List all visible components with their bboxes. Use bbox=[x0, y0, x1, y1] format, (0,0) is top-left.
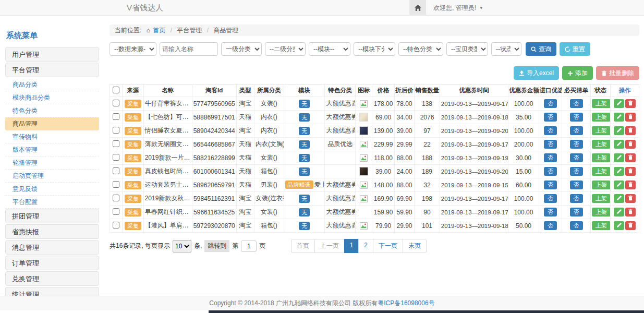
must-buy-toggle[interactable]: 否 bbox=[570, 113, 583, 122]
edit-button[interactable] bbox=[614, 99, 624, 108]
pager-item-2[interactable]: 1 bbox=[344, 239, 359, 253]
delete-button[interactable] bbox=[625, 113, 636, 122]
row-checkbox[interactable] bbox=[113, 195, 119, 201]
pager-item-3[interactable]: 2 bbox=[358, 239, 373, 253]
import-toggle[interactable]: 否 bbox=[544, 113, 557, 122]
import-toggle[interactable]: 否 bbox=[544, 140, 557, 149]
row-checkbox[interactable] bbox=[113, 222, 119, 228]
icp-link[interactable]: 粤ICP备16098006号 bbox=[378, 299, 434, 307]
import-toggle[interactable]: 否 bbox=[544, 167, 557, 176]
row-checkbox[interactable] bbox=[113, 140, 119, 147]
sidebar-item-6[interactable]: 宣传物料 bbox=[5, 130, 99, 143]
filter-select-0[interactable]: --数据来源-- bbox=[110, 42, 156, 56]
sidebar-item-17[interactable]: 统计管理 bbox=[5, 287, 99, 296]
must-buy-toggle[interactable]: 否 bbox=[570, 99, 583, 108]
edit-button[interactable] bbox=[614, 113, 624, 122]
must-buy-toggle[interactable]: 否 bbox=[570, 140, 583, 149]
row-checkbox[interactable] bbox=[113, 113, 119, 120]
query-button[interactable]: 查询 bbox=[526, 42, 556, 56]
filter-select-8[interactable]: --状态-- bbox=[491, 42, 521, 56]
status-badge[interactable]: 上架 bbox=[592, 99, 611, 108]
filter-select-7[interactable]: --宝贝类型-- bbox=[446, 42, 488, 56]
add-button[interactable]: 添加 bbox=[562, 66, 593, 80]
sidebar-item-10[interactable]: 意见反馈 bbox=[5, 183, 99, 196]
row-checkbox[interactable] bbox=[113, 208, 119, 215]
must-buy-toggle[interactable]: 否 bbox=[570, 180, 583, 189]
status-badge[interactable]: 上架 bbox=[592, 167, 611, 176]
sidebar-item-3[interactable]: 模块商品分类 bbox=[5, 91, 99, 104]
must-buy-toggle[interactable]: 否 bbox=[570, 194, 583, 203]
status-badge[interactable]: 上架 bbox=[592, 180, 611, 189]
filter-select-4[interactable]: --模块-- bbox=[309, 42, 350, 56]
delete-button[interactable] bbox=[625, 153, 636, 162]
sidebar-item-8[interactable]: 轮播管理 bbox=[5, 156, 99, 170]
edit-button[interactable] bbox=[614, 126, 624, 135]
status-badge[interactable]: 上架 bbox=[592, 113, 611, 122]
edit-button[interactable] bbox=[614, 180, 624, 189]
must-buy-toggle[interactable]: 否 bbox=[570, 208, 583, 216]
row-checkbox[interactable] bbox=[113, 100, 119, 106]
pager-item-4[interactable]: 下一页 bbox=[373, 239, 403, 253]
import-toggle[interactable]: 否 bbox=[544, 194, 557, 203]
home-button[interactable] bbox=[409, 0, 426, 16]
must-buy-toggle[interactable]: 否 bbox=[570, 221, 583, 230]
sidebar-item-12[interactable]: 拼团管理 bbox=[5, 209, 99, 223]
filter-select-2[interactable]: 一级分类 bbox=[221, 42, 262, 56]
status-badge[interactable]: 上架 bbox=[592, 126, 611, 135]
import-toggle[interactable]: 否 bbox=[544, 99, 557, 108]
edit-button[interactable] bbox=[614, 221, 624, 230]
filter-select-5[interactable]: --模块下分类-- bbox=[354, 42, 395, 56]
sidebar-item-14[interactable]: 消息管理 bbox=[5, 240, 99, 255]
jump-page-input[interactable] bbox=[241, 240, 257, 252]
import-toggle[interactable]: 否 bbox=[544, 208, 557, 216]
filter-select-6[interactable]: --特色分类-- bbox=[398, 42, 443, 56]
import-toggle[interactable]: 否 bbox=[544, 180, 557, 189]
name-search-input[interactable] bbox=[160, 42, 218, 56]
delete-button[interactable] bbox=[625, 180, 636, 189]
filter-select-3[interactable]: --二级分类-- bbox=[265, 42, 306, 56]
edit-button[interactable] bbox=[614, 140, 624, 149]
sidebar-item-9[interactable]: 启动页管理 bbox=[5, 170, 99, 183]
delete-button[interactable] bbox=[625, 99, 636, 108]
row-checkbox[interactable] bbox=[113, 181, 119, 188]
pager-item-0[interactable]: 首页 bbox=[291, 239, 315, 253]
page-size-select[interactable]: 10 bbox=[173, 240, 191, 252]
import-toggle[interactable]: 否 bbox=[544, 126, 557, 135]
sidebar-item-0[interactable]: 用户管理 bbox=[5, 47, 99, 62]
delete-button[interactable] bbox=[625, 140, 636, 149]
delete-button[interactable] bbox=[625, 126, 636, 135]
pager-item-5[interactable]: 末页 bbox=[403, 239, 427, 253]
batch-delete-button[interactable]: 批量删除 bbox=[596, 66, 639, 80]
status-badge[interactable]: 上架 bbox=[592, 208, 611, 216]
sidebar-item-2[interactable]: 商品分类 bbox=[5, 78, 99, 91]
sidebar-item-15[interactable]: 订单管理 bbox=[5, 256, 99, 270]
reset-button[interactable]: 重置 bbox=[560, 42, 590, 56]
user-menu[interactable]: 欢迎您, 管理员! ▾ bbox=[433, 4, 482, 13]
delete-button[interactable] bbox=[625, 194, 636, 203]
must-buy-toggle[interactable]: 否 bbox=[570, 126, 583, 135]
breadcrumb-home-link[interactable]: 首页 bbox=[153, 27, 165, 34]
sidebar-item-16[interactable]: 兑换管理 bbox=[5, 271, 99, 286]
sidebar-item-1[interactable]: 平台管理 bbox=[5, 63, 99, 77]
status-badge[interactable]: 上架 bbox=[592, 221, 611, 230]
delete-button[interactable] bbox=[625, 167, 636, 176]
sidebar-item-11[interactable]: 平台配置 bbox=[5, 196, 99, 209]
edit-button[interactable] bbox=[614, 167, 624, 176]
edit-button[interactable] bbox=[614, 194, 624, 203]
row-checkbox[interactable] bbox=[113, 167, 119, 174]
status-badge[interactable]: 上架 bbox=[592, 194, 611, 203]
edit-button[interactable] bbox=[614, 153, 624, 162]
row-checkbox[interactable] bbox=[113, 127, 119, 134]
sidebar-item-4[interactable]: 特色分类 bbox=[5, 104, 99, 117]
import-excel-button[interactable]: 导入excel bbox=[514, 66, 559, 80]
must-buy-toggle[interactable]: 否 bbox=[570, 167, 583, 176]
must-buy-toggle[interactable]: 否 bbox=[570, 153, 583, 162]
breadcrumb-item-platform[interactable]: 平台管理 bbox=[177, 27, 202, 34]
edit-button[interactable] bbox=[614, 208, 624, 216]
status-badge[interactable]: 上架 bbox=[592, 140, 611, 149]
row-checkbox[interactable] bbox=[113, 154, 119, 161]
sidebar-item-13[interactable]: 省惠快报 bbox=[5, 224, 99, 239]
delete-button[interactable] bbox=[625, 221, 636, 230]
select-all-checkbox[interactable] bbox=[113, 87, 119, 93]
sidebar-item-5[interactable]: 商品管理 bbox=[5, 117, 99, 130]
